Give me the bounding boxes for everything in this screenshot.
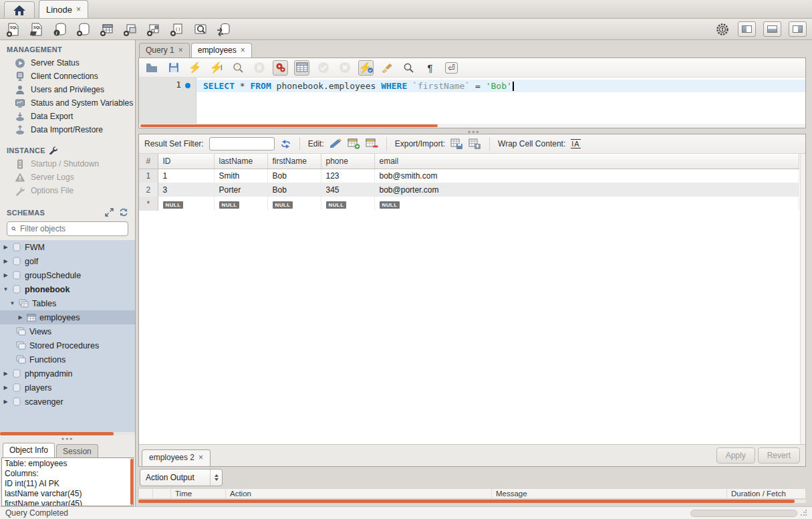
stop-query-icon[interactable] bbox=[251, 60, 267, 76]
create-procedure-icon[interactable] bbox=[146, 21, 162, 37]
column-header-lastname[interactable]: lastName bbox=[214, 154, 267, 169]
tab-employees-2[interactable]: employees 2 × bbox=[142, 449, 211, 466]
toggle-bottom-panel-button[interactable] bbox=[763, 21, 781, 37]
sidebar-item-data-import[interactable]: Data Import/Restore bbox=[0, 123, 135, 136]
collapse-arrow-icon[interactable]: ▼ bbox=[3, 286, 9, 292]
expand-arrow-icon[interactable]: ▶ bbox=[3, 371, 9, 377]
tree-item-functions[interactable]: Functions bbox=[0, 352, 135, 367]
create-schema-icon[interactable] bbox=[76, 21, 92, 37]
grid-cell[interactable]: NULL bbox=[374, 197, 799, 211]
tree-item-schema[interactable]: ▶ golf bbox=[0, 254, 135, 268]
info-panel-scrollbar[interactable] bbox=[130, 459, 133, 505]
output-selector[interactable]: Action Output bbox=[140, 469, 223, 486]
grid-cell[interactable]: 3 bbox=[158, 183, 214, 197]
open-file-icon[interactable] bbox=[144, 60, 160, 76]
toggle-left-sidebar-button[interactable] bbox=[738, 21, 756, 37]
resize-grip[interactable] bbox=[800, 510, 807, 516]
create-table-icon[interactable] bbox=[99, 21, 115, 37]
wrap-cell-content-icon[interactable]: IA bbox=[571, 139, 580, 148]
sidebar-horizontal-scrollbar[interactable] bbox=[0, 432, 135, 435]
new-sql-tab-icon[interactable]: SQL bbox=[5, 21, 21, 37]
tab-employees[interactable]: employees × bbox=[191, 43, 252, 58]
expand-arrow-icon[interactable]: ▶ bbox=[3, 272, 9, 278]
expand-arrow-icon[interactable]: ▶ bbox=[3, 244, 9, 250]
sidebar-item-data-export[interactable]: Data Export bbox=[0, 110, 135, 123]
toggle-stop-on-error-icon[interactable] bbox=[273, 60, 288, 76]
tab-query-1[interactable]: Query 1 × bbox=[139, 43, 190, 58]
schema-inspector-icon[interactable]: i bbox=[52, 21, 68, 37]
sidebar-splitter-handle[interactable]: ●●● bbox=[0, 435, 135, 441]
close-tab-icon[interactable]: × bbox=[241, 45, 245, 55]
delete-row-icon[interactable] bbox=[366, 138, 378, 149]
open-sql-script-icon[interactable]: SQL bbox=[29, 21, 45, 37]
result-filter-input[interactable] bbox=[209, 137, 275, 150]
import-records-icon[interactable] bbox=[468, 138, 481, 150]
execute-current-statement-icon[interactable]: ⚡I bbox=[209, 60, 224, 76]
close-tab-icon[interactable]: × bbox=[198, 453, 203, 462]
grid-cell[interactable]: Smith bbox=[214, 169, 267, 183]
column-header-phone[interactable]: phone bbox=[321, 154, 374, 169]
output-horizontal-scrollbar[interactable] bbox=[138, 500, 806, 503]
output-col-action[interactable]: Action bbox=[226, 489, 492, 498]
sidebar-item-status-system-variables[interactable]: Status and System Variables bbox=[0, 96, 135, 110]
schema-filter-input[interactable] bbox=[20, 224, 124, 233]
grid-cell[interactable]: NULL bbox=[267, 197, 321, 211]
tree-item-views[interactable]: Views bbox=[0, 324, 135, 338]
expand-panel-icon[interactable] bbox=[105, 208, 114, 217]
sidebar-item-startup-shutdown[interactable]: Startup / Shutdown bbox=[0, 157, 135, 171]
commit-icon[interactable] bbox=[315, 60, 331, 76]
grid-cell[interactable]: NULL bbox=[321, 197, 374, 211]
tree-item-schema[interactable]: ▶ groupSchedule bbox=[0, 268, 135, 282]
grid-cell[interactable]: 345 bbox=[321, 183, 374, 197]
tree-item-schema[interactable]: ▶ players bbox=[0, 381, 135, 395]
sidebar-item-server-logs[interactable]: Server Logs bbox=[0, 171, 135, 184]
close-tab-icon[interactable]: × bbox=[76, 5, 81, 14]
column-header-rownum[interactable]: # bbox=[139, 154, 158, 169]
reconnect-dbms-icon[interactable] bbox=[216, 21, 232, 37]
sidebar-item-server-status[interactable]: Server Status bbox=[0, 56, 135, 70]
grid-cell[interactable]: bob@smith.com bbox=[374, 169, 799, 183]
export-resultset-icon[interactable] bbox=[450, 138, 463, 150]
scrollbar-thumb[interactable] bbox=[138, 500, 795, 503]
schema-filter-box[interactable] bbox=[7, 221, 128, 236]
expand-arrow-icon[interactable]: ▶ bbox=[17, 314, 23, 320]
grid-cell[interactable]: Bob bbox=[267, 183, 321, 197]
tree-item-schema[interactable]: ▶ phpmyadmin bbox=[0, 367, 135, 381]
grid-cell[interactable]: 123 bbox=[321, 169, 374, 183]
sidebar-item-client-connections[interactable]: Client Connections bbox=[0, 70, 135, 83]
rollback-icon[interactable] bbox=[337, 60, 352, 76]
expand-arrow-icon[interactable]: ▶ bbox=[3, 258, 9, 264]
scrollbar-thumb[interactable] bbox=[0, 432, 114, 435]
expand-arrow-icon[interactable]: ▶ bbox=[3, 399, 9, 405]
tree-item-stored-procedures[interactable]: Stored Procedures bbox=[0, 338, 135, 352]
tree-item-schema-phonebook[interactable]: ▼ phonebook bbox=[0, 282, 135, 296]
sidebar-item-users-privileges[interactable]: Users and Privileges bbox=[0, 83, 135, 96]
grid-cell[interactable]: Bob bbox=[267, 169, 321, 183]
column-header-firstname[interactable]: firstName bbox=[267, 154, 321, 169]
revert-button[interactable]: Revert bbox=[758, 447, 800, 463]
edit-cell-icon[interactable] bbox=[329, 138, 342, 149]
close-tab-icon[interactable]: × bbox=[178, 45, 183, 55]
scrollbar-thumb[interactable] bbox=[140, 124, 438, 127]
grid-vertical-scrollbar[interactable] bbox=[800, 154, 805, 444]
save-icon[interactable] bbox=[166, 60, 181, 76]
toggle-right-sidebar-button[interactable] bbox=[789, 21, 807, 37]
create-view-icon[interactable] bbox=[122, 21, 138, 37]
row-number-cell[interactable]: * bbox=[139, 197, 158, 211]
grid-cell[interactable]: bob@porter.com bbox=[374, 183, 799, 197]
grid-cell[interactable]: 1 bbox=[158, 169, 214, 183]
selector-stepper-icon[interactable] bbox=[210, 470, 222, 486]
toggle-autocommit-icon[interactable]: ⚡ bbox=[358, 60, 374, 76]
execute-query-icon[interactable]: ⚡ bbox=[187, 60, 202, 76]
explain-query-icon[interactable] bbox=[230, 60, 245, 76]
editor-result-splitter[interactable]: ●●● bbox=[136, 128, 812, 134]
grid-cell[interactable]: NULL bbox=[214, 197, 267, 211]
grid-cell[interactable]: NULL bbox=[158, 197, 214, 211]
create-function-icon[interactable]: () bbox=[169, 21, 185, 37]
tree-item-schema[interactable]: ▶ scavenger bbox=[0, 395, 135, 409]
search-table-data-icon[interactable] bbox=[192, 21, 209, 37]
toggle-word-wrap-icon[interactable]: ⏎ bbox=[444, 60, 459, 76]
grid-cell[interactable]: Porter bbox=[214, 183, 267, 197]
tree-item-tables[interactable]: ▼ Tables bbox=[0, 296, 135, 310]
collapse-arrow-icon[interactable]: ▼ bbox=[9, 300, 15, 306]
